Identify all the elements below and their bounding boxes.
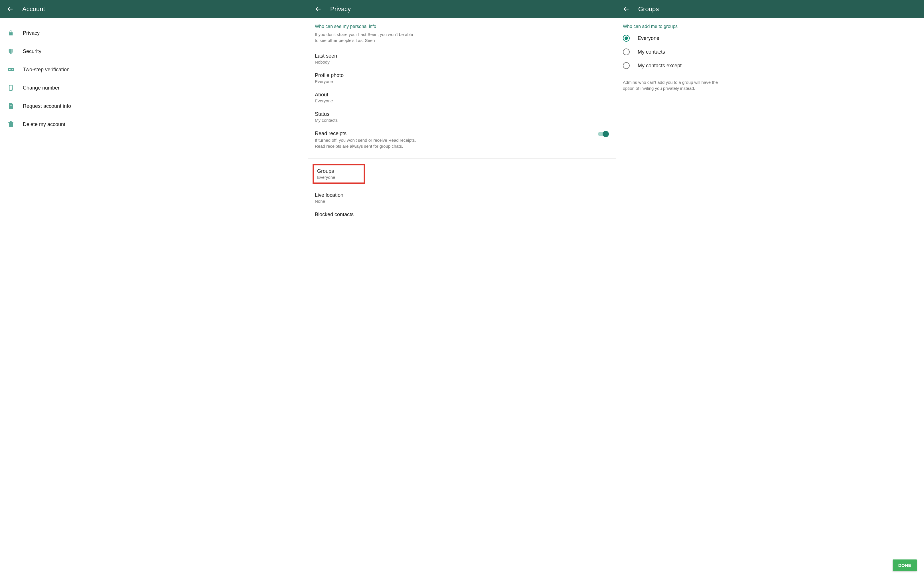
groups-section-title: Who can add me to groups bbox=[616, 24, 924, 31]
account-item-label: Security bbox=[23, 49, 41, 54]
priv-item-value: Everyone bbox=[315, 98, 609, 103]
back-button[interactable] bbox=[5, 4, 15, 14]
account-item-security[interactable]: Security bbox=[0, 42, 308, 60]
back-arrow-icon bbox=[315, 6, 322, 13]
groups-highlight-annotation: Groups Everyone bbox=[313, 164, 365, 184]
groups-screen: Groups Who can add me to groups Everyone… bbox=[616, 0, 924, 578]
priv-item-title: Live location bbox=[315, 192, 609, 198]
svg-point-1 bbox=[9, 69, 10, 70]
groups-note: Admins who can't add you to a group will… bbox=[616, 72, 730, 91]
account-header: Account bbox=[0, 0, 308, 18]
privacy-item-read-receipts[interactable]: Read receipts If turned off, you won't s… bbox=[308, 127, 616, 153]
toggle-knob-icon bbox=[602, 131, 609, 137]
priv-item-title: Blocked contacts bbox=[315, 211, 609, 218]
priv-item-title: Status bbox=[315, 111, 609, 117]
priv-item-desc: If turned off, you won't send or receive… bbox=[315, 137, 417, 149]
priv-item-title: Read receipts bbox=[315, 131, 609, 136]
account-item-two-step[interactable]: Two-step verification bbox=[0, 60, 308, 79]
back-button[interactable] bbox=[313, 4, 323, 14]
privacy-item-about[interactable]: About Everyone bbox=[308, 88, 616, 107]
priv-item-value: Everyone bbox=[317, 175, 335, 180]
group-option-my-contacts-except[interactable]: My contacts except… bbox=[616, 59, 924, 72]
priv-item-value: Everyone bbox=[315, 79, 609, 84]
phone-change-icon bbox=[7, 84, 15, 92]
radio-label: My contacts except… bbox=[638, 63, 687, 69]
trash-icon bbox=[7, 120, 15, 128]
groups-header: Groups bbox=[616, 0, 924, 18]
back-arrow-icon bbox=[623, 6, 630, 13]
svg-rect-6 bbox=[10, 107, 12, 107]
privacy-section-sub: If you don't share your Last Seen, you w… bbox=[308, 31, 422, 49]
account-list: Privacy Security Two-step verification C… bbox=[0, 18, 308, 578]
privacy-header: Privacy bbox=[308, 0, 616, 18]
privacy-item-groups[interactable]: Groups Everyone bbox=[317, 168, 335, 180]
privacy-item-last-seen[interactable]: Last seen Nobody bbox=[308, 49, 616, 68]
priv-item-title: About bbox=[315, 92, 609, 98]
priv-item-title: Groups bbox=[317, 168, 335, 174]
privacy-item-live-location[interactable]: Live location None bbox=[308, 188, 616, 208]
priv-item-value: Nobody bbox=[315, 60, 609, 65]
privacy-item-status[interactable]: Status My contacts bbox=[308, 107, 616, 127]
back-arrow-icon bbox=[7, 6, 14, 13]
account-screen: Account Privacy Security Two-step verifi… bbox=[0, 0, 308, 578]
svg-point-3 bbox=[12, 69, 13, 70]
privacy-item-profile-photo[interactable]: Profile photo Everyone bbox=[308, 68, 616, 88]
account-item-label: Change number bbox=[23, 85, 60, 91]
account-item-change-number[interactable]: Change number bbox=[0, 79, 308, 97]
done-button[interactable]: DONE bbox=[893, 560, 917, 571]
account-item-label: Two-step verification bbox=[23, 67, 70, 73]
priv-item-value: None bbox=[315, 199, 609, 204]
svg-rect-7 bbox=[9, 123, 13, 127]
shield-icon bbox=[7, 47, 15, 55]
radio-label: My contacts bbox=[638, 49, 665, 55]
privacy-item-blocked[interactable]: Blocked contacts bbox=[308, 208, 616, 222]
account-item-privacy[interactable]: Privacy bbox=[0, 24, 308, 42]
privacy-content: Who can see my personal info If you don'… bbox=[308, 18, 616, 578]
svg-rect-8 bbox=[8, 122, 13, 123]
account-item-request-info[interactable]: Request account info bbox=[0, 97, 308, 115]
groups-title: Groups bbox=[638, 5, 659, 13]
radio-icon bbox=[623, 35, 630, 42]
lock-icon bbox=[7, 29, 15, 37]
radio-icon bbox=[623, 49, 630, 55]
priv-item-title: Last seen bbox=[315, 53, 609, 59]
account-title: Account bbox=[22, 5, 45, 13]
divider bbox=[308, 158, 616, 159]
account-item-delete[interactable]: Delete my account bbox=[0, 115, 308, 133]
pin-icon bbox=[7, 66, 15, 73]
group-option-everyone[interactable]: Everyone bbox=[616, 31, 924, 45]
account-item-label: Delete my account bbox=[23, 122, 65, 127]
priv-item-value: My contacts bbox=[315, 118, 609, 123]
groups-content: Who can add me to groups Everyone My con… bbox=[616, 18, 924, 578]
account-item-label: Privacy bbox=[23, 30, 40, 36]
privacy-section-title: Who can see my personal info bbox=[308, 24, 616, 31]
back-button[interactable] bbox=[621, 4, 632, 14]
document-icon bbox=[7, 102, 15, 110]
svg-point-2 bbox=[11, 69, 11, 70]
privacy-title: Privacy bbox=[330, 5, 351, 13]
account-item-label: Request account info bbox=[23, 103, 71, 109]
group-option-my-contacts[interactable]: My contacts bbox=[616, 45, 924, 59]
svg-rect-5 bbox=[10, 106, 12, 106]
radio-label: Everyone bbox=[638, 35, 659, 41]
privacy-screen: Privacy Who can see my personal info If … bbox=[308, 0, 616, 578]
radio-icon bbox=[623, 62, 630, 69]
read-receipts-toggle[interactable] bbox=[598, 132, 608, 136]
priv-item-title: Profile photo bbox=[315, 72, 609, 78]
svg-rect-9 bbox=[10, 121, 12, 122]
